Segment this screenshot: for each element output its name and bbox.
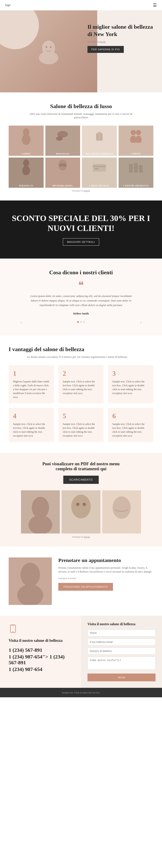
pdf-image-1 [21, 490, 60, 533]
benefit-text-5[interactable]: Sample text. Click to select the text bo… [63, 422, 99, 438]
benefit-text-4[interactable]: Sample text. Click to select the text bo… [13, 422, 50, 438]
dot-3[interactable] [83, 321, 85, 323]
hero-content: Il miglior salone di bellezza di New Yor… [87, 23, 156, 53]
hero-section: Il miglior salone di bellezza di New Yor… [0, 10, 162, 92]
message-field-container [87, 657, 156, 671]
svg-rect-37 [12, 625, 14, 626]
svg-point-34 [21, 563, 40, 587]
footer-text: Sample text. Click to select the text bo… [3, 691, 159, 694]
appointment-section: Prenotare un appuntamento Prenota comoda… [0, 547, 162, 616]
benefit-text-2[interactable]: Sample text. Click to select the text bo… [63, 380, 99, 395]
service-coppie-label: COPPIE [118, 152, 154, 156]
service-terapia-label: TERAPIA IV [9, 184, 44, 188]
phone-icon [9, 624, 72, 635]
svg-point-3 [50, 46, 52, 48]
phone-3[interactable]: 1 (234) 987-654 [9, 666, 72, 672]
email-input[interactable] [87, 639, 156, 646]
benefit-number-5: 5 [63, 412, 99, 420]
luxury-subtitle: offre una vasta selezione di trattamenti… [27, 112, 135, 119]
svg-point-17 [58, 160, 67, 170]
svg-point-10 [131, 130, 136, 135]
contact-right-title: Visita il nostro salone di bellezza [87, 622, 156, 626]
benefit-text-1[interactable]: Migliora l'aspetto delle linee sottili e… [13, 380, 50, 399]
svg-point-13 [135, 136, 142, 143]
svg-point-29 [76, 503, 80, 506]
contact-left-title: Visita il nostro salone di bellezza [9, 639, 72, 643]
pdf-images [9, 490, 153, 533]
appointment-button[interactable]: PRENOTARE UN APPUNTAMENTO [58, 583, 113, 591]
pdf-image-2 [61, 490, 101, 533]
pdf-image-credit: Immagini da freepik [9, 536, 153, 538]
benefit-text-6[interactable]: Sample text. Click to select the text bo… [112, 422, 149, 438]
service-coppie[interactable]: COPPIE [118, 126, 154, 156]
service-microblading[interactable]: MICROBLADING [45, 158, 80, 188]
svg-point-32 [112, 496, 131, 519]
contact-left: Visita il nostro salone di bellezza 1 (2… [0, 616, 81, 688]
appointment-image [9, 557, 52, 605]
benefit-number-4: 4 [13, 412, 50, 420]
next-arrow[interactable]: › [140, 320, 141, 324]
phone-1[interactable]: 1 (234) 567-891 [9, 647, 72, 653]
benefit-number-2: 2 [63, 369, 99, 377]
benefits-title: I vantaggi del salone di bellezza [9, 346, 153, 353]
appointment-text: Prenota comodamente online il tuo appunt… [58, 566, 153, 574]
svg-point-1 [39, 51, 58, 64]
svg-point-38 [12, 631, 14, 632]
service-microblading-label: MICROBLADING [45, 184, 80, 188]
benefit-3: 3 Sample text. Click to select the text … [108, 365, 153, 403]
hero-title: Il miglior salone di bellezza di New Yor… [87, 23, 156, 38]
luxury-title: Salone di bellezza di lusso [9, 103, 153, 110]
contact-right: Visita il nostro salone di bellezza INVI… [81, 616, 162, 688]
svg-rect-19 [93, 165, 106, 167]
service-pacchetti[interactable]: PACCHETTI TERMALI [82, 126, 117, 156]
phone-2[interactable]: 1 (234) 987-654"> 1 (234) 567-891 [9, 654, 72, 665]
menu-icon[interactable]: ☰ [153, 3, 157, 8]
benefit-2: 2 Sample text. Click to select the text … [58, 365, 104, 403]
footer: Sample text. Click to select the text bo… [0, 688, 162, 697]
benefit-text-3[interactable]: Sample text. Click to select the text bo… [112, 380, 149, 395]
testimonial-author: Hellen Smith [9, 312, 153, 315]
service-prodotti[interactable]: I NOSTRI PRODOTTI [118, 158, 154, 188]
name-input[interactable] [87, 629, 156, 637]
benefit-5: 5 Sample text. Click to select the text … [58, 408, 104, 442]
appointment-content: Prenotare un appuntamento Prenota comoda… [58, 557, 153, 591]
services-grid-bottom: TERAPIA IV MICROBLADING CARTE REGA [9, 158, 153, 188]
message-textarea[interactable] [87, 657, 156, 670]
contact-submit-button[interactable]: INVIA [87, 674, 156, 681]
service-prodotti-label: I NOSTRI PRODOTTI [118, 184, 154, 188]
phone-input[interactable] [87, 648, 156, 655]
svg-rect-22 [134, 163, 138, 173]
testimonial-nav: ‹ › [21, 320, 141, 324]
pdf-download-button[interactable]: SCARICAMENTO [63, 476, 99, 484]
svg-point-16 [22, 166, 30, 175]
dot-2[interactable] [80, 321, 82, 323]
benefit-number-1: 1 [13, 369, 50, 377]
discount-title: SCONTO SPECIALE DEL 30% PER I NUOVI CLIE… [9, 213, 153, 233]
svg-point-7 [56, 136, 63, 141]
hero-cta-button[interactable]: PER SAPERNE DI PIÙ [87, 46, 124, 53]
dot-1[interactable] [77, 321, 79, 323]
service-massaggi[interactable]: MASSAGGI [45, 126, 80, 156]
benefit-6: 6 Sample text. Click to select the text … [108, 408, 153, 442]
service-carte-label: CARTE REGALO [82, 184, 117, 188]
header: logo ☰ [0, 0, 162, 10]
svg-point-11 [136, 130, 141, 135]
testimonials-section: Cosa dicono i nostri clienti ❝ Lorem ips… [0, 258, 162, 335]
svg-point-30 [82, 503, 86, 506]
svg-rect-20 [94, 168, 99, 169]
discount-button[interactable]: MAGGIORI DETTAGLI [63, 238, 99, 246]
svg-rect-18 [93, 164, 106, 172]
appointment-title: Prenotare un appuntamento [58, 557, 153, 563]
luxury-section: Salone di bellezza di lusso offre una va… [0, 92, 162, 200]
service-carte[interactable]: CARTE REGALO [82, 158, 117, 188]
service-terapia[interactable]: TERAPIA IV [9, 158, 44, 188]
logo: logo [5, 3, 10, 7]
hero-image-credit: Immagine da freepik [87, 40, 156, 43]
quote-icon: ❝ [9, 280, 153, 290]
prev-arrow[interactable]: ‹ [21, 320, 22, 324]
service-corpo[interactable]: CORPO [9, 126, 44, 156]
svg-rect-21 [129, 164, 133, 173]
services-grid-top: CORPO MASSAGGI PACCHETTI TERMALI [9, 126, 153, 156]
svg-point-2 [46, 46, 47, 48]
appointment-image-credit: Immagine da freepik [58, 577, 153, 580]
